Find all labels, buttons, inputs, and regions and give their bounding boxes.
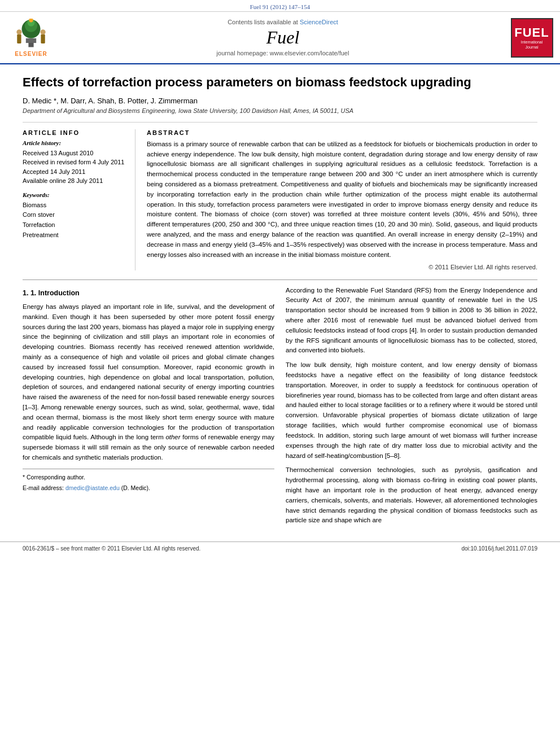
doi-text: doi:10.1016/j.fuel.2011.07.019 — [461, 545, 537, 552]
footnote-email: E-mail address: dmedic@iastate.edu (D. M… — [23, 483, 274, 492]
journal-center: Contents lists available at ScienceDirec… — [62, 16, 504, 59]
elsevier-tree-icon — [11, 19, 51, 50]
email-name: (D. Medic). — [121, 484, 150, 491]
svg-point-7 — [16, 29, 21, 34]
abstract-label: ABSTRACT — [147, 129, 537, 136]
keyword-torrefaction: Torrefaction — [23, 220, 127, 230]
abstract-column: ABSTRACT Biomass is a primary source of … — [147, 129, 537, 270]
header-block: ELSEVIER Contents lists available at Sci… — [0, 12, 560, 64]
section1-title: 1. Introduction — [30, 289, 80, 297]
article-info-label: ARTICLE INFO — [23, 129, 127, 136]
sciencedirect-link[interactable]: ScienceDirect — [300, 19, 338, 25]
keyword-corn-stover: Corn stover — [23, 210, 127, 220]
body-columns: 1. 1. Introduction Energy has always pla… — [23, 286, 537, 531]
footnote-area: * Corresponding author. E-mail address: … — [23, 469, 274, 493]
svg-rect-8 — [41, 34, 45, 43]
received2: Received in revised form 4 July 2011 — [23, 158, 127, 167]
contents-availability: Contents lists available at ScienceDirec… — [228, 19, 338, 25]
accepted: Accepted 14 July 2011 — [23, 167, 127, 177]
journal-id-text: Fuel 91 (2012) 147–154 — [250, 3, 310, 10]
article-title: Effects of torrefaction process paramete… — [23, 75, 537, 91]
keywords-label: Keywords: — [23, 191, 127, 198]
page: Fuel 91 (2012) 147–154 EL — [0, 0, 560, 747]
keyword-biomass: Biomass — [23, 200, 127, 211]
journal-id-bar: Fuel 91 (2012) 147–154 — [0, 0, 560, 12]
body-left-column: 1. 1. Introduction Energy has always pla… — [23, 286, 274, 531]
authors-text: D. Medic *, M. Darr, A. Shah, B. Potter,… — [23, 97, 198, 105]
section-divider — [23, 279, 537, 280]
section1-number: 1. — [23, 289, 30, 297]
fuel-logo-word: FUEL — [514, 25, 549, 40]
contents-text: Contents lists available at — [228, 19, 298, 25]
article-info-column: ARTICLE INFO Article history: Received 1… — [23, 129, 135, 270]
footnote-corresponding: * Corresponding author. — [23, 473, 274, 482]
elsevier-brand-text: ELSEVIER — [15, 51, 47, 57]
abstract-text: Biomass is a primary source of renewable… — [147, 139, 537, 260]
svg-rect-6 — [17, 34, 21, 43]
journal-title: Fuel — [266, 28, 300, 47]
affiliation-line: Department of Agricultural and Biosystem… — [23, 107, 537, 114]
issn-text: 0016-2361/$ – see front matter © 2011 El… — [23, 545, 200, 552]
section1-heading: 1. 1. Introduction — [23, 288, 274, 299]
homepage-text: journal homepage: www.elsevier.com/locat… — [217, 50, 349, 56]
article-history-label: Article history: — [23, 139, 127, 146]
elsevier-logo: ELSEVIER — [6, 16, 56, 59]
section1-para2: According to the Renewable Fuel Standard… — [286, 286, 537, 356]
fuel-logo-sub: InternationalJournal — [521, 40, 543, 50]
copyright-line: © 2011 Elsevier Ltd. All rights reserved… — [147, 264, 537, 270]
bottom-bar: 0016-2361/$ – see front matter © 2011 El… — [0, 541, 560, 555]
fuel-logo-box: FUEL InternationalJournal — [509, 16, 554, 59]
body-right-column: According to the Renewable Fuel Standard… — [286, 286, 537, 531]
main-content: Effects of torrefaction process paramete… — [0, 64, 560, 541]
email-link[interactable]: dmedic@iastate.edu — [65, 484, 120, 491]
journal-homepage: journal homepage: www.elsevier.com/locat… — [217, 50, 349, 56]
available-online: Available online 28 July 2011 — [23, 176, 127, 186]
section1-para3: The low bulk density, high moisture cont… — [286, 360, 537, 461]
keyword-pretreatment: Pretreatment — [23, 230, 127, 241]
received1: Received 13 August 2010 — [23, 148, 127, 158]
svg-rect-1 — [26, 38, 36, 42]
section1-para4: Thermochemical conversion technologies, … — [286, 465, 537, 526]
fuel-logo-image: FUEL InternationalJournal — [511, 18, 553, 58]
article-info-abstract-block: ARTICLE INFO Article history: Received 1… — [23, 122, 537, 270]
section1-para1: Energy has always played an important ro… — [23, 302, 274, 463]
email-label: E-mail address: — [23, 484, 64, 491]
authors-line: D. Medic *, M. Darr, A. Shah, B. Potter,… — [23, 97, 537, 105]
svg-point-9 — [41, 29, 46, 34]
